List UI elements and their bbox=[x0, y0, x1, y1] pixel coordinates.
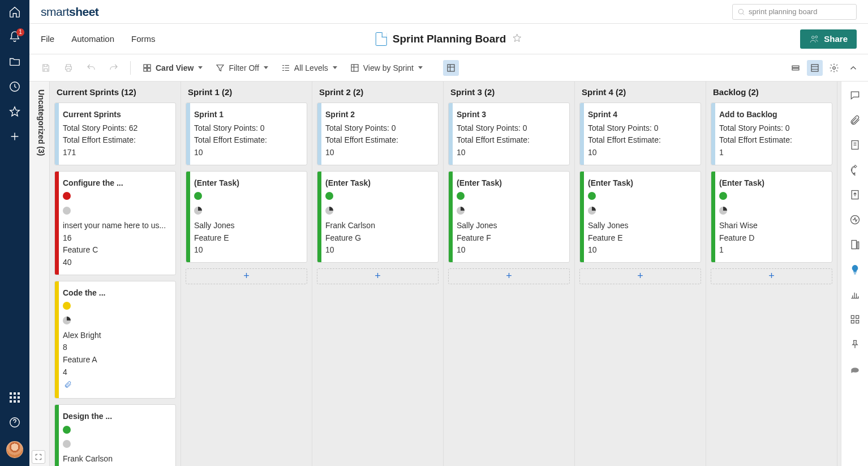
card-field: Sally Jones bbox=[588, 220, 695, 232]
compact-view-button[interactable] bbox=[788, 60, 803, 76]
svg-point-17 bbox=[850, 216, 859, 224]
summary-title: Sprint 3 bbox=[457, 109, 564, 121]
status-dot-icon bbox=[194, 192, 202, 200]
lane-summary-card[interactable]: Add to BacklogTotal Story Points: 0Total… bbox=[711, 102, 832, 165]
redo-button bbox=[104, 61, 123, 75]
add-card-button[interactable]: + bbox=[317, 268, 439, 284]
page-title: Sprint Planning Board bbox=[393, 33, 506, 45]
left-nav-rail: 1 bbox=[0, 0, 29, 466]
task-card[interactable]: (Enter Task)Frank CarlsonFeature G10 bbox=[317, 171, 439, 263]
publish-icon[interactable] bbox=[849, 189, 861, 200]
svg-point-2 bbox=[738, 9, 743, 14]
lane-header[interactable]: Sprint 1 (2) bbox=[181, 82, 312, 102]
card-title: (Enter Task) bbox=[588, 177, 695, 190]
settings-button[interactable] bbox=[826, 60, 842, 76]
progress-pie-icon bbox=[588, 207, 596, 215]
task-card[interactable]: (Enter Task)Sally JonesFeature F10 bbox=[448, 171, 570, 263]
add-card-button[interactable]: + bbox=[448, 268, 570, 284]
svg-rect-12 bbox=[792, 68, 799, 70]
lane-header[interactable]: Sprint 2 (2) bbox=[312, 82, 443, 102]
filter-icon bbox=[215, 63, 225, 73]
full-view-button[interactable] bbox=[807, 60, 823, 76]
menu-file[interactable]: File bbox=[41, 34, 54, 44]
svg-point-4 bbox=[815, 36, 818, 38]
summary-title: Add to Backlog bbox=[719, 109, 826, 121]
comments-icon[interactable] bbox=[849, 89, 861, 101]
svg-rect-8 bbox=[148, 68, 151, 71]
fullscreen-button[interactable] bbox=[32, 450, 45, 464]
lane-header[interactable]: Sprint 3 (2) bbox=[444, 82, 574, 102]
lane-header[interactable]: Current Sprints (12) bbox=[50, 82, 181, 102]
lane-summary-card[interactable]: Sprint 1Total Story Points: 0Total Effor… bbox=[186, 102, 307, 165]
menu-forms[interactable]: Forms bbox=[131, 34, 156, 44]
svg-rect-19 bbox=[857, 242, 859, 249]
app-grid-icon[interactable] bbox=[849, 314, 861, 325]
favorites-icon[interactable] bbox=[8, 105, 21, 118]
lane-summary-card[interactable]: Sprint 2Total Story Points: 0Total Effor… bbox=[317, 102, 439, 165]
tips-icon[interactable] bbox=[849, 264, 861, 275]
add-card-button[interactable]: + bbox=[579, 268, 701, 284]
home-icon[interactable] bbox=[8, 6, 21, 18]
levels-dropdown[interactable]: All Levels bbox=[276, 61, 342, 75]
add-card-button[interactable]: + bbox=[186, 268, 307, 284]
board-layout-toggle[interactable] bbox=[443, 60, 459, 76]
progress-pie-icon bbox=[325, 207, 333, 215]
status-dot-icon bbox=[719, 192, 727, 200]
pin-icon[interactable] bbox=[849, 339, 861, 350]
summary-title: Sprint 1 bbox=[194, 109, 301, 121]
summary-effort-value: 10 bbox=[588, 147, 695, 159]
task-card[interactable]: (Enter Task)Sally JonesFeature E10 bbox=[186, 171, 307, 263]
task-card[interactable]: (Enter Task)Sally JonesFeature E10 bbox=[579, 171, 701, 263]
card-field: Feature F bbox=[457, 232, 564, 245]
proofs-icon[interactable] bbox=[849, 139, 861, 151]
global-search[interactable]: sprint planning board bbox=[732, 4, 857, 20]
menu-automation[interactable]: Automation bbox=[71, 34, 114, 44]
card-field: 10 bbox=[194, 244, 301, 256]
card-field: Alex Bright bbox=[63, 330, 170, 342]
folder-icon[interactable] bbox=[8, 55, 21, 68]
card-title: (Enter Task) bbox=[194, 177, 301, 190]
lane-summary-card[interactable]: Sprint 3Total Story Points: 0Total Effor… bbox=[448, 102, 570, 165]
recents-icon[interactable] bbox=[8, 80, 21, 93]
summary-icon[interactable] bbox=[849, 239, 861, 250]
chart-icon[interactable] bbox=[849, 289, 861, 300]
task-card[interactable]: Configure the ...insert your name here t… bbox=[54, 171, 176, 275]
lane-header[interactable]: Sprint 4 (2) bbox=[575, 82, 706, 102]
lane-summary-card[interactable]: Current SprintsTotal Story Points: 62Tot… bbox=[54, 102, 176, 165]
update-requests-icon[interactable] bbox=[849, 164, 861, 176]
secondary-dot-icon bbox=[63, 440, 71, 448]
lane-uncategorized-collapsed[interactable]: Uncategorized (3) bbox=[29, 82, 50, 466]
card-view-dropdown[interactable]: Card View bbox=[137, 61, 207, 75]
add-card-button[interactable]: + bbox=[711, 268, 832, 284]
summary-effort-value: 1 bbox=[719, 147, 826, 159]
svg-rect-20 bbox=[851, 315, 854, 318]
view-by-dropdown[interactable]: View by Sprint bbox=[345, 61, 427, 75]
task-card[interactable]: (Enter Task)Shari WiseFeature D1 bbox=[711, 171, 832, 263]
lane-summary-card[interactable]: Sprint 4Total Story Points: 0Total Effor… bbox=[579, 102, 701, 165]
favorite-star-icon[interactable] bbox=[512, 33, 522, 45]
progress-pie-icon bbox=[457, 207, 465, 215]
lane-body: Sprint 1Total Story Points: 0Total Effor… bbox=[181, 102, 312, 466]
connector-icon[interactable] bbox=[849, 364, 861, 375]
task-card[interactable]: Code the ...Alex Bright8Feature A4 bbox=[54, 281, 176, 399]
card-field: Feature E bbox=[194, 232, 301, 245]
collapse-panel-button[interactable] bbox=[845, 60, 861, 76]
help-icon[interactable] bbox=[8, 416, 21, 429]
lane-body: Sprint 4Total Story Points: 0Total Effor… bbox=[575, 102, 706, 466]
add-icon[interactable] bbox=[8, 130, 21, 143]
activity-log-icon[interactable] bbox=[849, 214, 861, 225]
attachments-icon[interactable] bbox=[849, 114, 861, 126]
notifications-icon[interactable]: 1 bbox=[8, 31, 21, 43]
share-button[interactable]: Share bbox=[800, 29, 857, 49]
apps-icon[interactable] bbox=[8, 391, 21, 404]
filter-dropdown[interactable]: Filter Off bbox=[210, 61, 272, 75]
svg-rect-10 bbox=[448, 65, 454, 71]
summary-effort-value: 10 bbox=[457, 147, 564, 159]
card-field: Sally Jones bbox=[457, 220, 564, 232]
task-card[interactable]: Design the ...Frank Carlson4Feature A16 bbox=[54, 404, 176, 466]
user-avatar[interactable] bbox=[6, 441, 23, 458]
lane-header[interactable]: Backlog (2) bbox=[706, 82, 837, 102]
logo[interactable]: smartsheet bbox=[41, 5, 98, 19]
status-dot-icon bbox=[588, 192, 596, 200]
lane: Sprint 3 (2)Sprint 3Total Story Points: … bbox=[444, 82, 575, 466]
